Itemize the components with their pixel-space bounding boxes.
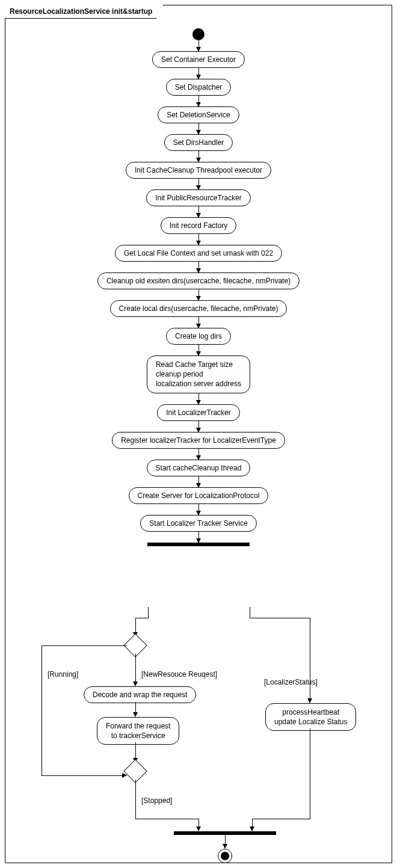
flow-line bbox=[250, 607, 250, 618]
flow-line bbox=[135, 742, 136, 759]
flow-line bbox=[135, 654, 136, 682]
flow-arrow bbox=[198, 449, 199, 460]
flow-arrow bbox=[198, 262, 199, 272]
flow-arrow bbox=[198, 504, 199, 515]
guard-running: [Running] bbox=[48, 670, 78, 679]
flow-arrow bbox=[198, 68, 199, 79]
activity-cleanup-old-dirs: Cleanup old exsiten dirs(usercache, file… bbox=[97, 272, 300, 289]
flow-line bbox=[310, 728, 310, 819]
activity-create-log-dirs: Create log dirs bbox=[166, 328, 231, 345]
flow-line bbox=[250, 618, 310, 618]
flow-arrow bbox=[198, 476, 199, 487]
decision-node bbox=[127, 637, 144, 654]
arrowhead-icon bbox=[307, 698, 312, 703]
flow-arrow bbox=[198, 40, 199, 51]
flow-line bbox=[310, 618, 310, 699]
flow-arrow bbox=[198, 123, 199, 134]
arrowhead-icon bbox=[122, 773, 127, 778]
activity-set-container-executor: Set Container Executor bbox=[152, 51, 245, 68]
activity-read-cache-config: Read Cache Target size cleanup period lo… bbox=[147, 356, 250, 393]
merge-node bbox=[127, 763, 144, 780]
activity-init-public-resource-tracker: Init PublicResourceTracker bbox=[146, 189, 251, 206]
flow-line bbox=[135, 780, 136, 819]
flow-arrow bbox=[198, 532, 199, 543]
activity-get-local-file-context: Get Local File Context and set umask wit… bbox=[115, 245, 282, 262]
activity-set-dirs-handler: Set DirsHandler bbox=[164, 134, 233, 151]
flow-line bbox=[42, 645, 42, 775]
flow-arrow bbox=[198, 393, 199, 404]
flow-arrow bbox=[198, 317, 199, 328]
final-node bbox=[218, 849, 232, 863]
flow-line bbox=[42, 645, 127, 646]
flow-arrow bbox=[198, 206, 199, 217]
flow-line bbox=[42, 775, 123, 776]
activity-init-record-factory: Init record Factory bbox=[161, 217, 237, 234]
activity-init-cache-cleanup-pool: Init CacheCleanup Threadpool executor bbox=[126, 162, 271, 179]
flow-line bbox=[135, 702, 136, 713]
arrowhead-icon bbox=[196, 826, 201, 831]
guard-localizer-status: [LocalizerStatus] bbox=[264, 678, 318, 686]
flow-line bbox=[198, 819, 199, 827]
guard-stopped: [Stopped] bbox=[141, 796, 172, 805]
flow-line bbox=[225, 835, 226, 845]
arrowhead-icon bbox=[223, 844, 227, 849]
flow-arrow bbox=[198, 151, 199, 162]
activity-start-cache-cleanup-thread: Start cacheCleanup thread bbox=[147, 460, 251, 476]
diagram-frame: ResourceLocalizationService init&startup… bbox=[5, 5, 392, 863]
flow-line bbox=[252, 819, 253, 827]
arrowhead-icon bbox=[133, 712, 138, 717]
activity-create-localization-server: Create Server for LocalizationProtocol bbox=[129, 487, 269, 504]
guard-new-request: [NewResouce Reuqest] bbox=[141, 670, 217, 679]
initial-node bbox=[192, 28, 205, 40]
activity-register-localizer-tracker: Register localizerTracker for LocalizerE… bbox=[112, 432, 285, 449]
activity-forward-request: Forward the request to trackerService bbox=[97, 717, 179, 745]
flow-line bbox=[135, 618, 136, 633]
flow-arrow bbox=[198, 179, 199, 189]
flow-line bbox=[252, 819, 310, 819]
activity-create-local-dirs: Create local dirs(usercache, filecache, … bbox=[110, 300, 288, 317]
frame-title: ResourceLocalizationService init&startup bbox=[5, 5, 164, 19]
activity-process-heartbeat: processHeartbeat update Localize Status bbox=[265, 703, 356, 731]
flow-arrow bbox=[198, 421, 199, 432]
arrowhead-icon bbox=[250, 826, 254, 831]
flow-arrow bbox=[198, 234, 199, 245]
flow-line bbox=[148, 607, 149, 618]
activity-init-localizer-tracker: Init LocalizerTracker bbox=[157, 404, 240, 421]
flow-arrow bbox=[198, 289, 199, 300]
flow-arrow bbox=[198, 345, 199, 356]
activity-start-localizer-tracker-service: Start Localizer Tracker Service bbox=[140, 515, 256, 532]
flow-line bbox=[135, 618, 149, 618]
flow-arrow bbox=[198, 96, 199, 106]
arrowhead-icon bbox=[133, 682, 138, 686]
activity-set-deletion-service: Set DeletionService bbox=[158, 106, 239, 123]
flow-line bbox=[135, 819, 198, 819]
activity-decode-request: Decode and wrap the request bbox=[84, 686, 196, 703]
activity-set-dispatcher: Set Dispatcher bbox=[166, 79, 232, 96]
